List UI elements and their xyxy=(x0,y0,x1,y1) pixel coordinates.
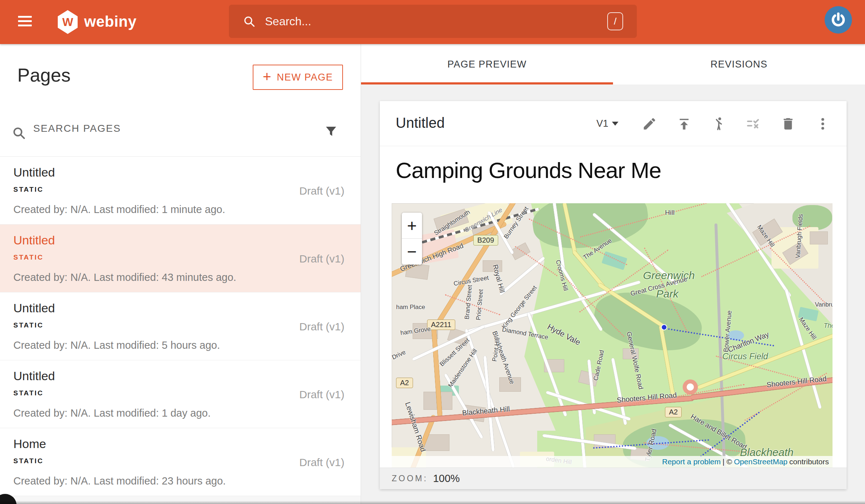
request-review-button[interactable] xyxy=(709,114,729,134)
delete-button[interactable] xyxy=(778,114,798,134)
status-badge: Draft (v1) xyxy=(299,253,344,265)
map-label: A2211 xyxy=(427,320,455,330)
map-label: Hill xyxy=(665,209,674,217)
search-icon xyxy=(12,126,26,140)
filter-button[interactable] xyxy=(322,123,340,141)
list-item-meta: Created by: N/A. Last modified: 5 hours … xyxy=(13,339,220,351)
list-item-meta: Created by: N/A. Last modified: 1 minute… xyxy=(13,204,225,216)
pages-search-input[interactable] xyxy=(33,123,286,134)
list-item-title: Home xyxy=(13,437,46,451)
publish-icon xyxy=(677,116,692,131)
list-item-type-badge: STATIC xyxy=(13,186,44,194)
pencil-icon xyxy=(642,116,657,131)
page-list: Untitled STATIC Draft (v1) Created by: N… xyxy=(0,157,361,496)
list-item-title: Untitled xyxy=(13,233,55,247)
zoom-value[interactable]: 100% xyxy=(433,473,460,485)
zoom-label: ZOOM: xyxy=(392,474,428,483)
page-content-heading: Camping Grounds Near Me xyxy=(396,157,661,183)
attribution-suffix: contributors xyxy=(789,457,829,466)
status-badge: Draft (v1) xyxy=(299,388,344,401)
list-item[interactable]: Untitled STATIC Draft (v1) Created by: N… xyxy=(0,292,361,360)
card-header: Untitled V1 xyxy=(380,101,847,146)
status-badge: Draft (v1) xyxy=(299,321,344,333)
list-item-meta: Created by: N/A. Last modified: 43 minut… xyxy=(13,271,236,283)
card-toolbar: V1 xyxy=(596,101,833,146)
list-item-title: Untitled xyxy=(13,301,55,315)
list-item-type-badge: STATIC xyxy=(13,389,44,397)
list-item[interactable]: Untitled STATIC Draft (v1) Created by: N… xyxy=(0,225,361,292)
rule-icon xyxy=(746,116,761,131)
map-label: ham Place xyxy=(396,304,425,311)
search-shortcut-badge: / xyxy=(607,12,623,30)
tab-revisions[interactable]: REVISIONS xyxy=(613,44,865,84)
map-zoom-control: + − xyxy=(402,213,422,265)
global-search-input[interactable] xyxy=(265,15,607,28)
map-attribution: Report a problem | © OpenStreetMap contr… xyxy=(392,456,833,468)
map-building xyxy=(810,231,828,244)
map-footpath xyxy=(445,294,500,315)
list-item[interactable]: Untitled STATIC Draft (v1) Created by: N… xyxy=(0,360,361,428)
list-item-title: Untitled xyxy=(13,165,55,179)
active-tab-underline xyxy=(361,82,613,84)
map-label: B209 xyxy=(473,235,498,246)
search-icon xyxy=(243,15,256,28)
tab-page-preview[interactable]: PAGE PREVIEW xyxy=(361,44,613,84)
filter-icon xyxy=(323,124,339,139)
list-next-row-partial xyxy=(0,496,361,504)
map-label: A2 xyxy=(396,378,413,388)
page-title: Pages xyxy=(17,64,70,86)
plus-icon: + xyxy=(263,69,272,85)
user-avatar[interactable] xyxy=(825,6,852,34)
new-page-button[interactable]: + NEW PAGE xyxy=(253,65,343,90)
page-preview-panel: PAGE PREVIEW REVISIONS Untitled V1 xyxy=(361,44,865,504)
pages-header: Pages + NEW PAGE xyxy=(0,44,361,108)
status-badge: Draft (v1) xyxy=(299,185,344,197)
requested-changes-button[interactable] xyxy=(743,114,764,134)
map-preview[interactable]: StraightsmouthGreenwich LineBurney Stree… xyxy=(392,203,833,468)
map-label: Prior Street xyxy=(475,289,485,320)
preview-tabbar: PAGE PREVIEW REVISIONS xyxy=(361,44,865,84)
chevron-down-icon xyxy=(612,122,618,126)
trash-icon xyxy=(781,116,796,131)
global-search[interactable]: / xyxy=(229,5,637,38)
list-item-type-badge: STATIC xyxy=(13,253,44,261)
edit-button[interactable] xyxy=(639,114,660,134)
map-label: Circus Field xyxy=(722,351,768,361)
list-item-type-badge: STATIC xyxy=(13,457,44,465)
more-options-button[interactable] xyxy=(813,114,833,134)
power-icon xyxy=(830,11,847,29)
kebab-menu-icon xyxy=(815,116,830,131)
openstreetmap-link[interactable]: OpenStreetMap xyxy=(734,457,787,466)
list-item-meta: Created by: N/A. Last modified: 1 day ag… xyxy=(13,407,210,419)
version-dropdown[interactable]: V1 xyxy=(596,118,618,129)
map-label: Drive xyxy=(392,348,407,361)
webiny-logo-icon[interactable]: W xyxy=(58,10,78,34)
person-icon xyxy=(711,116,726,131)
map-label: The xyxy=(824,322,833,330)
map-label: Vanbrugh xyxy=(815,301,833,308)
preview-zoom-bar: ZOOM: 100% xyxy=(380,468,847,489)
list-item[interactable]: Untitled STATIC Draft (v1) Created by: N… xyxy=(0,157,361,225)
page-preview-card: Untitled V1 xyxy=(380,101,847,489)
list-item[interactable]: Home STATIC Draft (v1) Created by: N/A. … xyxy=(0,428,361,496)
list-item-title: Untitled xyxy=(13,369,55,383)
report-problem-link[interactable]: Report a problem xyxy=(662,457,721,466)
document-title: Untitled xyxy=(396,115,445,131)
map-label: A2 xyxy=(665,407,682,417)
list-item-type-badge: STATIC xyxy=(13,321,44,329)
list-item-meta: Created by: N/A. Last modified: 23 hours… xyxy=(13,475,226,487)
status-badge: Draft (v1) xyxy=(299,456,344,469)
map-label: Royal Hill xyxy=(491,264,507,294)
map-zoom-out-button[interactable]: − xyxy=(402,239,422,265)
publish-button[interactable] xyxy=(674,114,694,134)
pages-list-panel: Pages + NEW PAGE Untitled STATIC Draft (… xyxy=(0,44,361,504)
map-label: Brand Street xyxy=(463,284,473,320)
app-header: W webiny / xyxy=(0,0,865,44)
attribution-separator: | © xyxy=(722,457,732,466)
brand-wordmark: webiny xyxy=(84,13,136,30)
pages-search-row xyxy=(0,108,361,157)
map-zoom-in-button[interactable]: + xyxy=(402,213,422,239)
menu-icon[interactable] xyxy=(18,16,32,28)
